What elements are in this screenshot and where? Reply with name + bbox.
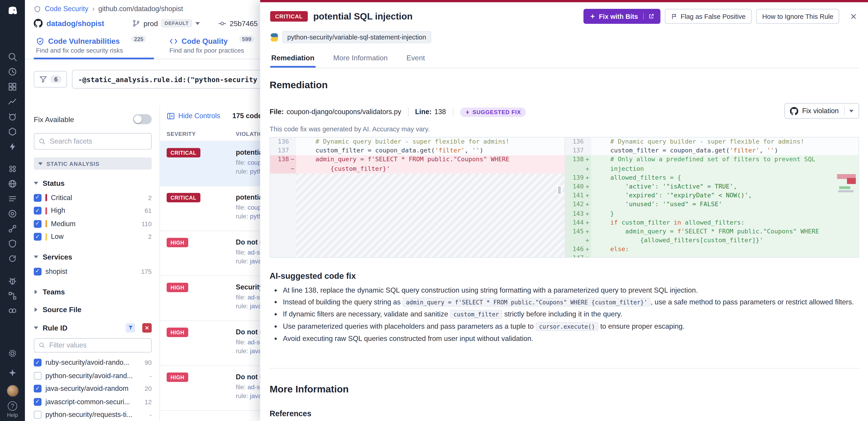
diff-line: 140+ 'active': '"isActive" = TRUE', <box>565 183 859 192</box>
facet-item-label: python-security/requests-ti... <box>45 411 132 419</box>
rule-id-filter-applied-icon[interactable] <box>126 323 135 333</box>
rule-id-facet-items: ruby-security/avoid-rando...90python-sec… <box>34 356 152 421</box>
facet-search-input[interactable] <box>49 137 147 146</box>
integrations-icon[interactable] <box>5 303 20 318</box>
repo-name[interactable]: datadog/shopist <box>46 19 104 27</box>
bug-icon[interactable] <box>5 273 20 288</box>
facet-item[interactable]: shopist175 <box>34 265 152 278</box>
fix-available-row: Fix Available <box>34 112 152 127</box>
rule-id-clear-filter-button[interactable]: ✕ <box>142 323 152 333</box>
more-information-heading: More Information <box>270 384 859 395</box>
fix-with-bits-button[interactable]: Fix with Bits <box>583 9 660 24</box>
code-diff: 136 # Dynamic query builder - super flex… <box>270 137 859 258</box>
logs-icon[interactable] <box>5 191 20 206</box>
file-row: File: coupon-django/coupons/validators.p… <box>270 104 859 119</box>
diff-line: 147+ <box>565 254 859 257</box>
checkbox-checked[interactable] <box>34 398 41 405</box>
facet-item-count: 61 <box>145 207 152 214</box>
checkbox-checked[interactable] <box>34 207 41 215</box>
inline-code: admin_query = f'SELECT * FROM public."Co… <box>403 298 651 306</box>
metrics-icon[interactable] <box>5 94 20 109</box>
checkbox-checked[interactable] <box>34 220 41 228</box>
checkbox-checked[interactable] <box>34 359 41 367</box>
chevron-down-icon <box>38 162 43 165</box>
panel-tab-event[interactable]: Event <box>405 50 426 67</box>
inline-code: custom_filter <box>450 310 502 319</box>
fix-violation-button[interactable]: Fix violation <box>784 103 859 119</box>
workflows-icon[interactable] <box>5 288 20 303</box>
facet-item[interactable]: Medium110 <box>34 217 152 230</box>
flag-false-positive-button[interactable]: Flag as False Positive <box>664 9 752 24</box>
panel-tab-more-information[interactable]: More Information <box>332 50 389 67</box>
datadog-logo-icon[interactable] <box>5 4 20 18</box>
error-tracking-icon[interactable] <box>5 251 20 266</box>
ai-disclaimer: This code fix was generated by AI. Accur… <box>270 125 859 133</box>
apm-icon[interactable] <box>5 139 20 154</box>
facet-item-count: 2 <box>148 233 152 240</box>
facet-item[interactable]: java-security/avoid-random20 <box>34 382 152 395</box>
branch-icon <box>132 20 140 27</box>
diff-pane-original: 136 # Dynamic query builder - super flex… <box>270 137 564 257</box>
help-button[interactable]: ? Help <box>7 401 18 418</box>
status-facet-header[interactable]: Status <box>34 179 152 187</box>
rule-id-filter <box>34 338 152 353</box>
checkbox-checked[interactable] <box>34 233 41 241</box>
critical-severity-bar <box>45 194 47 201</box>
facet-item[interactable]: ruby-security/avoid-rando...90 <box>34 356 152 369</box>
checkbox-checked[interactable] <box>34 194 41 202</box>
facet-item[interactable]: Low2 <box>34 230 152 243</box>
checkbox-unchecked[interactable] <box>34 411 41 419</box>
facet-item[interactable]: High61 <box>34 204 152 217</box>
sparkle-icon[interactable] <box>5 365 20 380</box>
facet-item[interactable]: javascript-common-securi...12 <box>34 395 152 408</box>
panel-body: Remediation File: coupon-django/coupons/… <box>260 79 868 421</box>
panel-collapse-icon <box>167 112 175 120</box>
severity-pill: HIGH <box>167 238 188 247</box>
diff-line: − {custom_filter}' <box>270 165 564 173</box>
rule-id-filter-input[interactable] <box>48 341 147 349</box>
rule-id-facet-header[interactable]: Rule ID ✕ <box>34 323 152 333</box>
remediation-heading: Remediation <box>270 79 859 91</box>
facet-item-label: python-security/avoid-rand... <box>45 372 132 380</box>
tab-code-quality[interactable]: Code Quality 599 Find and fix poor pract… <box>167 34 262 59</box>
filters-button[interactable]: 6 <box>34 71 67 88</box>
checkbox-checked[interactable] <box>34 385 41 393</box>
branch-selector[interactable]: prod DEFAULT <box>132 19 200 27</box>
ci-icon[interactable] <box>5 206 20 221</box>
services-facet-header[interactable]: Services <box>34 253 152 261</box>
facet-item[interactable]: python-security/requests-ti...- <box>34 408 152 421</box>
close-icon[interactable]: ✕ <box>848 10 859 23</box>
high-severity-bar <box>45 207 47 214</box>
facet-item[interactable]: python-security/avoid-rand...- <box>34 369 152 382</box>
hide-controls-button[interactable]: Hide Controls <box>167 112 220 120</box>
checkbox-checked[interactable] <box>34 268 41 275</box>
teams-facet-header[interactable]: Teams <box>34 287 152 296</box>
severity-badge: CRITICAL <box>270 11 308 22</box>
diff-scrollbar-thumb[interactable] <box>557 185 561 195</box>
static-analysis-section[interactable]: STATIC ANALYSIS <box>34 158 152 170</box>
breadcrumb-section[interactable]: Code Security <box>45 5 88 13</box>
watchdog-icon[interactable] <box>5 109 20 124</box>
references-heading: References <box>270 409 859 418</box>
infrastructure-icon[interactable] <box>5 124 20 139</box>
facet-item[interactable]: Critical2 <box>34 191 152 204</box>
history-icon[interactable] <box>5 64 20 79</box>
fix-available-toggle[interactable] <box>133 114 152 124</box>
user-avatar[interactable] <box>6 385 19 397</box>
service-map-icon[interactable] <box>5 221 20 236</box>
search-icon[interactable] <box>5 50 20 64</box>
security-icon[interactable] <box>5 236 20 251</box>
panel-tab-remediation[interactable]: Remediation <box>270 50 315 67</box>
synthetics-icon[interactable] <box>5 176 20 191</box>
dashboards-icon[interactable] <box>5 79 20 94</box>
tab-code-vulnerabilities[interactable]: Code Vulnerabilities 225 Find and fix co… <box>34 34 154 59</box>
profiles-icon[interactable] <box>5 161 20 176</box>
settings-icon[interactable] <box>5 346 20 361</box>
diff-line: + injection <box>565 165 859 173</box>
source-file-facet-header[interactable]: Source File <box>34 305 152 313</box>
ignore-rule-button[interactable]: How to Ignore This Rule <box>756 9 839 24</box>
checkbox-unchecked[interactable] <box>34 372 41 380</box>
source-file-facet-label: Source File <box>42 305 81 313</box>
diff-line: 138+ # Only allow a predefined set of fi… <box>565 156 859 165</box>
rule-id-pill[interactable]: python-security/variable-sql-statement-i… <box>282 31 431 43</box>
